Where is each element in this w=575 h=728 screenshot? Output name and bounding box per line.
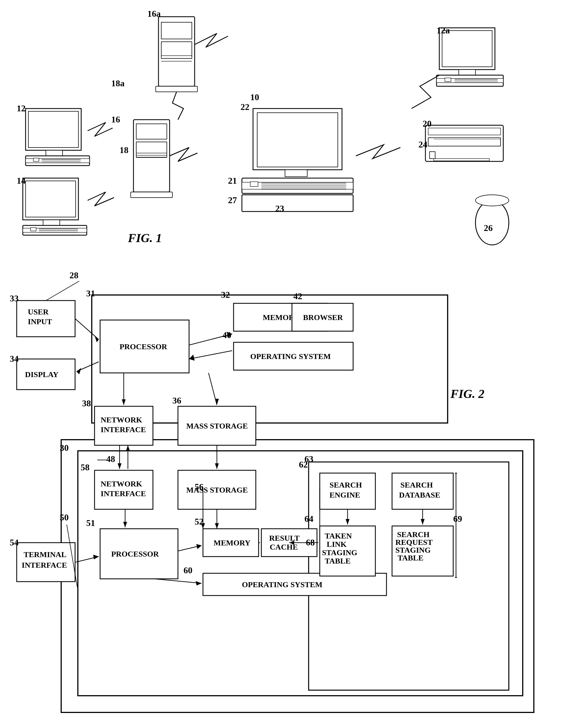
svg-marker-122 [215,523,219,529]
ref-36: 36 [172,395,181,406]
svg-rect-36 [437,78,503,83]
svg-rect-61 [92,295,448,423]
search-engine-text-1: SEARCH [330,481,362,489]
fig2-label: FIG. 2 [450,387,484,401]
os-top-text: OPERATING SYSTEM [250,352,331,361]
ref-22-label: 22 [240,102,249,112]
ref-18a-label: 18a [111,78,125,88]
ref-20-label: 20 [422,119,432,129]
ref-34: 34 [10,354,19,364]
svg-rect-46 [250,182,258,186]
svg-rect-11 [43,220,60,225]
svg-rect-18 [159,17,195,86]
ref-52: 52 [195,516,204,527]
ref-16a-label: 16a [147,9,161,19]
svg-line-107 [154,579,202,583]
result-cache-text-1: RESULT [269,534,300,542]
net-iface-bot-text-2: INTERFACE [101,489,146,498]
svg-rect-60 [61,440,534,713]
fig1-label: FIG. 1 [128,231,162,245]
processor-top-text: PROCESSOR [120,342,167,351]
svg-rect-73 [178,470,256,509]
svg-rect-70 [95,406,153,445]
svg-rect-72 [95,470,153,509]
svg-rect-75 [100,529,178,579]
svg-rect-74 [17,543,75,581]
svg-marker-100 [215,463,219,469]
memory-bot-text: MEMORY [213,538,250,547]
svg-rect-57 [434,159,489,161]
svg-rect-4 [26,159,90,163]
ref-12-label: 12 [17,103,26,113]
svg-line-115 [46,281,79,300]
terminal-iface-text-2: INTERFACE [22,561,67,569]
svg-line-89 [189,351,232,359]
svg-rect-67 [234,303,328,331]
ref-69: 69 [453,514,462,524]
svg-rect-69 [234,342,353,370]
svg-line-85 [76,362,99,372]
user-input-text-2: INPUT [28,317,52,326]
ref-54: 54 [10,537,19,547]
svg-rect-63 [309,462,509,690]
svg-rect-65 [17,359,75,389]
svg-rect-68 [292,303,353,331]
svg-rect-81 [320,526,375,576]
ref-68: 68 [306,537,315,547]
net-iface-top-text-1: NETWORK [101,415,142,424]
svg-rect-24 [156,86,197,92]
svg-marker-104 [93,555,99,559]
svg-rect-2 [46,150,63,156]
ref-23-label: 23 [275,203,284,214]
svg-marker-92 [122,399,126,405]
svg-rect-25 [133,120,170,192]
svg-rect-51 [242,195,353,212]
svg-rect-13 [23,228,87,232]
svg-marker-84 [95,335,99,342]
user-input-text-1: USER [28,308,49,316]
search-req-text-4: TABLE [398,553,424,562]
search-engine-text-2: ENGINE [330,490,360,499]
svg-rect-52 [426,125,503,161]
svg-marker-90 [189,354,195,361]
ref-56: 56 [195,482,204,492]
page: 12 14 16a 16 18 18a 10 22 12a 20 24 21 2… [0,0,575,728]
ref-58: 58 [81,462,90,472]
svg-rect-71 [178,406,256,445]
svg-rect-37 [445,78,451,82]
ref-62: 62 [299,460,308,470]
search-req-text-2: REQUEST [395,538,433,546]
svg-rect-26 [136,124,167,139]
svg-rect-76 [203,529,259,557]
ref-50: 50 [60,512,69,523]
ref-30: 30 [60,443,69,453]
svg-rect-54 [428,138,501,146]
ref-38: 38 [82,398,91,408]
svg-rect-79 [320,473,375,509]
svg-line-116 [67,525,77,587]
ref-64: 64 [304,514,313,524]
svg-rect-82 [392,526,453,576]
svg-rect-31 [131,192,172,198]
ref-48: —48 [97,454,115,464]
ref-42: 42 [293,291,302,301]
mass-storage-top-text: MASS STORAGE [186,421,248,430]
search-req-text-1: SEARCH [397,530,430,539]
svg-rect-53 [428,128,501,135]
ref-21-label: 21 [228,176,237,186]
net-iface-bot-text-1: NETWORK [101,479,142,488]
svg-rect-41 [253,108,342,170]
svg-point-58 [475,200,509,245]
svg-marker-86 [76,368,81,374]
svg-rect-33 [442,31,492,67]
svg-rect-78 [203,573,386,596]
svg-rect-0 [26,108,81,150]
svg-line-83 [75,319,99,340]
ref-12a-label: 12a [437,25,450,35]
svg-rect-44 [242,178,353,193]
search-req-text-3: STAGING [395,546,431,555]
svg-rect-14 [31,228,36,231]
svg-rect-27 [136,142,167,157]
taken-link-text-4: TABLE [325,557,350,565]
svg-rect-12 [23,225,87,235]
